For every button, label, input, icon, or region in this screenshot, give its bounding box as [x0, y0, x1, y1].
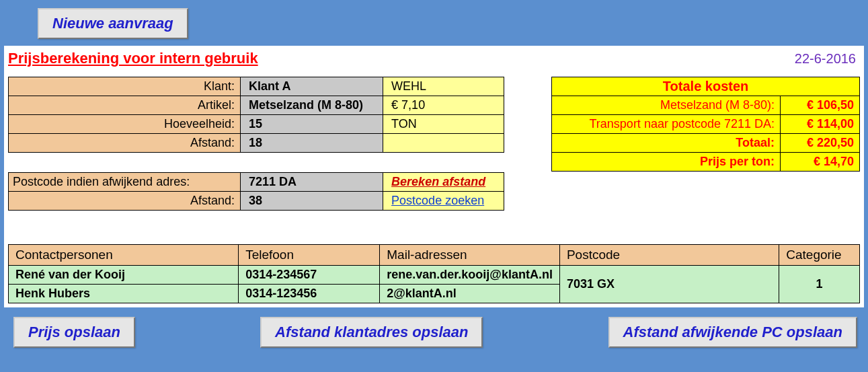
postcode-afw-label: Postcode indien afwijkend adres:	[9, 173, 241, 192]
input-table: Klant: Klant A WEHL Artikel: Metselzand …	[8, 77, 504, 211]
cost-item-2-value: € 114,00	[781, 115, 860, 134]
hoeveelheid-unit: TON	[383, 115, 504, 134]
save-alt-distance-button[interactable]: Afstand afwijkende PC opslaan	[608, 317, 857, 348]
afstand-value[interactable]: 18	[241, 134, 383, 153]
date: 22-6-2016	[795, 51, 856, 67]
artikel-value[interactable]: Metselzand (M 8-80)	[241, 96, 383, 115]
contact-categorie: 1	[779, 266, 860, 303]
contacts-header-tel: Telefoon	[239, 245, 380, 266]
costs-head: Totale kosten	[552, 77, 860, 96]
new-request-button[interactable]: Nieuwe aanvraag	[38, 8, 188, 39]
hoeveelheid-label: Hoeveelheid:	[9, 115, 241, 134]
klant-value[interactable]: Klant A	[241, 77, 383, 96]
save-price-button[interactable]: Prijs opslaan	[13, 317, 135, 348]
contact-name: Henk Hubers	[9, 285, 239, 303]
afstand2-value[interactable]: 38	[241, 192, 383, 211]
afstand-label: Afstand:	[9, 134, 241, 153]
cost-total-label: Totaal:	[552, 134, 781, 153]
main-panel: Prijsberekening voor intern gebruik 22-6…	[4, 46, 864, 307]
contact-postcode: 7031 GX	[559, 266, 779, 303]
contact-mail: rene.van.der.kooij@klantA.nl	[380, 266, 560, 285]
contacts-table: Contactpersonen Telefoon Mail-adressen P…	[8, 244, 860, 303]
afstand2-label: Afstand:	[9, 192, 241, 211]
cost-perton-value: € 14,70	[781, 153, 860, 172]
contact-name: René van der Kooij	[9, 266, 239, 285]
artikel-label: Artikel:	[9, 96, 241, 115]
contacts-header-categorie: Categorie	[779, 245, 860, 266]
save-distance-button[interactable]: Afstand klantadres opslaan	[260, 317, 483, 348]
hoeveelheid-value[interactable]: 15	[241, 115, 383, 134]
contacts-header-postcode: Postcode	[559, 245, 779, 266]
cost-perton-label: Prijs per ton:	[552, 153, 781, 172]
afstand-extra	[383, 134, 504, 153]
cost-total-value: € 220,50	[781, 134, 860, 153]
bereken-afstand-link[interactable]: Bereken afstand	[383, 173, 504, 192]
cost-item-1-value: € 106,50	[781, 96, 860, 115]
postcode-zoeken-link[interactable]: Postcode zoeken	[383, 192, 504, 211]
postcode-afw-value[interactable]: 7211 DA	[241, 173, 383, 192]
cost-item-1-label: Metselzand (M 8-80):	[552, 96, 781, 115]
contact-tel: 0314-234567	[239, 266, 380, 285]
cost-item-2-label: Transport naar postcode 7211 DA:	[552, 115, 781, 134]
costs-table: Totale kosten Metselzand (M 8-80): € 106…	[551, 77, 860, 172]
contact-mail: 2@klantA.nl	[380, 285, 560, 303]
klant-plaats: WEHL	[383, 77, 504, 96]
klant-label: Klant:	[9, 77, 241, 96]
contacts-header-mail: Mail-adressen	[380, 245, 560, 266]
contacts-header-name: Contactpersonen	[9, 245, 239, 266]
page-title: Prijsberekening voor intern gebruik	[8, 50, 258, 67]
table-row: René van der Kooij 0314-234567 rene.van.…	[9, 266, 860, 285]
artikel-prijs: € 7,10	[383, 96, 504, 115]
contact-tel: 0314-123456	[239, 285, 380, 303]
